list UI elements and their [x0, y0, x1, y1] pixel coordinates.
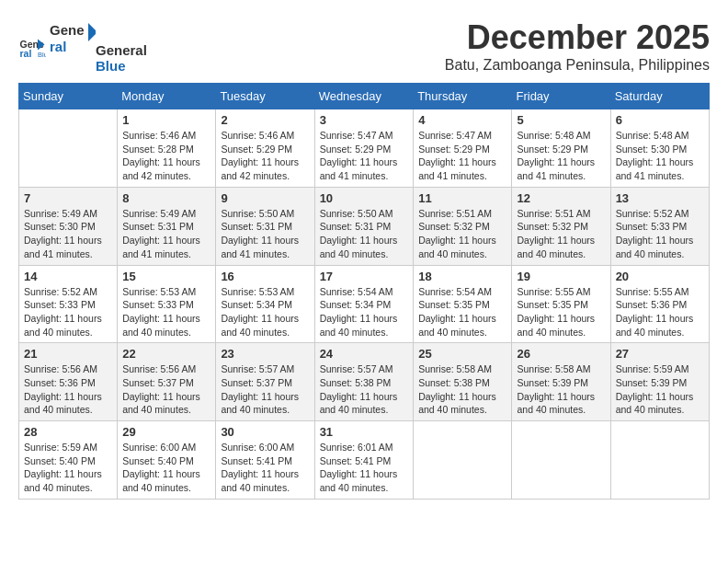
day-number: 8 [122, 191, 210, 205]
day-info: Sunrise: 5:49 AM Sunset: 5:31 PM Dayligh… [122, 207, 210, 261]
day-number: 20 [616, 270, 704, 283]
page-title: December 2025 [445, 18, 710, 57]
day-number: 2 [221, 113, 309, 127]
logo: Gene ral Blue Gene ral General Blue [18, 18, 147, 74]
calendar-week-5: 28Sunrise: 5:59 AM Sunset: 5:40 PM Dayli… [19, 421, 710, 500]
calendar-day-17: 17Sunrise: 5:54 AM Sunset: 5:34 PM Dayli… [314, 265, 414, 343]
day-info: Sunrise: 5:56 AM Sunset: 5:37 PM Dayligh… [122, 362, 210, 417]
logo-icon: Gene ral Blue [18, 32, 46, 60]
calendar-day-9: 9Sunrise: 5:50 AM Sunset: 5:31 PM Daylig… [216, 187, 314, 265]
svg-marker-6 [88, 23, 96, 41]
day-info: Sunrise: 5:48 AM Sunset: 5:30 PM Dayligh… [616, 129, 704, 183]
day-number: 31 [320, 425, 409, 439]
calendar-day-23: 23Sunrise: 5:57 AM Sunset: 5:37 PM Dayli… [216, 343, 314, 421]
page-subtitle: Batu, Zamboanga Peninsula, Philippines [445, 57, 710, 74]
calendar-day-7: 7Sunrise: 5:49 AM Sunset: 5:30 PM Daylig… [19, 187, 118, 265]
day-info: Sunrise: 5:53 AM Sunset: 5:34 PM Dayligh… [221, 285, 309, 339]
day-number: 30 [221, 425, 309, 439]
logo-line2: Blue [96, 58, 147, 74]
svg-text:Blue: Blue [38, 51, 46, 59]
calendar-week-1: 1Sunrise: 5:46 AM Sunset: 5:28 PM Daylig… [19, 109, 710, 188]
day-info: Sunrise: 5:46 AM Sunset: 5:28 PM Dayligh… [122, 129, 210, 183]
day-info: Sunrise: 5:59 AM Sunset: 5:40 PM Dayligh… [24, 441, 112, 495]
day-info: Sunrise: 5:51 AM Sunset: 5:32 PM Dayligh… [418, 207, 506, 261]
calendar-week-3: 14Sunrise: 5:52 AM Sunset: 5:33 PM Dayli… [19, 265, 710, 343]
day-number: 5 [517, 113, 605, 127]
day-number: 12 [517, 191, 605, 205]
calendar-day-22: 22Sunrise: 5:56 AM Sunset: 5:37 PM Dayli… [118, 343, 216, 421]
calendar-week-4: 21Sunrise: 5:56 AM Sunset: 5:36 PM Dayli… [19, 343, 710, 421]
day-number: 15 [122, 270, 210, 283]
calendar-day-18: 18Sunrise: 5:54 AM Sunset: 5:35 PM Dayli… [414, 265, 512, 343]
calendar-day-8: 8Sunrise: 5:49 AM Sunset: 5:31 PM Daylig… [118, 187, 216, 265]
calendar-table: SundayMondayTuesdayWednesdayThursdayFrid… [18, 83, 710, 500]
calendar-day-10: 10Sunrise: 5:50 AM Sunset: 5:31 PM Dayli… [314, 187, 414, 265]
day-number: 18 [418, 270, 506, 283]
calendar-day-26: 26Sunrise: 5:58 AM Sunset: 5:39 PM Dayli… [512, 343, 610, 421]
day-number: 26 [517, 347, 605, 361]
calendar-day-4: 4Sunrise: 5:47 AM Sunset: 5:29 PM Daylig… [414, 109, 512, 188]
calendar-day-25: 25Sunrise: 5:58 AM Sunset: 5:38 PM Dayli… [414, 343, 512, 421]
calendar-body: 1Sunrise: 5:46 AM Sunset: 5:28 PM Daylig… [19, 109, 710, 500]
day-number: 13 [616, 191, 704, 205]
header: Gene ral Blue Gene ral General Blue Dece… [18, 18, 710, 74]
day-number: 16 [221, 270, 309, 283]
day-info: Sunrise: 5:50 AM Sunset: 5:31 PM Dayligh… [320, 207, 409, 261]
calendar-week-2: 7Sunrise: 5:49 AM Sunset: 5:30 PM Daylig… [19, 187, 710, 265]
day-info: Sunrise: 5:54 AM Sunset: 5:34 PM Dayligh… [320, 285, 409, 339]
svg-text:ral: ral [20, 48, 32, 59]
day-number: 24 [320, 347, 409, 361]
day-number: 23 [221, 347, 309, 361]
day-info: Sunrise: 6:00 AM Sunset: 5:41 PM Dayligh… [221, 441, 309, 495]
day-info: Sunrise: 5:52 AM Sunset: 5:33 PM Dayligh… [24, 285, 112, 339]
day-info: Sunrise: 5:47 AM Sunset: 5:29 PM Dayligh… [418, 129, 506, 183]
column-header-wednesday: Wednesday [314, 84, 414, 109]
day-info: Sunrise: 6:01 AM Sunset: 5:41 PM Dayligh… [320, 441, 409, 495]
calendar-day-3: 3Sunrise: 5:47 AM Sunset: 5:29 PM Daylig… [314, 109, 414, 188]
day-info: Sunrise: 5:52 AM Sunset: 5:33 PM Dayligh… [616, 207, 704, 261]
day-info: Sunrise: 6:00 AM Sunset: 5:40 PM Dayligh… [122, 441, 210, 495]
calendar-day-24: 24Sunrise: 5:57 AM Sunset: 5:38 PM Dayli… [314, 343, 414, 421]
column-header-saturday: Saturday [610, 84, 709, 109]
day-info: Sunrise: 5:55 AM Sunset: 5:35 PM Dayligh… [517, 285, 605, 339]
svg-text:ral: ral [50, 39, 66, 54]
day-number: 21 [24, 347, 112, 361]
calendar-day-14: 14Sunrise: 5:52 AM Sunset: 5:33 PM Dayli… [19, 265, 118, 343]
calendar-day-31: 31Sunrise: 6:01 AM Sunset: 5:41 PM Dayli… [314, 421, 414, 500]
day-number: 28 [24, 425, 112, 439]
calendar-day-28: 28Sunrise: 5:59 AM Sunset: 5:40 PM Dayli… [19, 421, 118, 500]
day-info: Sunrise: 5:57 AM Sunset: 5:37 PM Dayligh… [221, 362, 309, 417]
calendar-day-16: 16Sunrise: 5:53 AM Sunset: 5:34 PM Dayli… [216, 265, 314, 343]
day-number: 6 [616, 113, 704, 127]
day-info: Sunrise: 5:50 AM Sunset: 5:31 PM Dayligh… [221, 207, 309, 261]
day-info: Sunrise: 5:53 AM Sunset: 5:33 PM Dayligh… [122, 285, 210, 339]
calendar-day-19: 19Sunrise: 5:55 AM Sunset: 5:35 PM Dayli… [512, 265, 610, 343]
column-header-friday: Friday [512, 84, 610, 109]
day-number: 19 [517, 270, 605, 283]
title-section: December 2025 Batu, Zamboanga Peninsula,… [445, 18, 710, 74]
svg-text:Gene: Gene [50, 22, 85, 38]
calendar-day-empty [414, 421, 512, 500]
day-number: 9 [221, 191, 309, 205]
day-info: Sunrise: 5:48 AM Sunset: 5:29 PM Dayligh… [517, 129, 605, 183]
day-info: Sunrise: 5:54 AM Sunset: 5:35 PM Dayligh… [418, 285, 506, 339]
logo-line1: General [96, 42, 147, 58]
day-number: 29 [122, 425, 210, 439]
calendar-day-15: 15Sunrise: 5:53 AM Sunset: 5:33 PM Dayli… [118, 265, 216, 343]
day-number: 22 [122, 347, 210, 361]
calendar-day-6: 6Sunrise: 5:48 AM Sunset: 5:30 PM Daylig… [610, 109, 709, 188]
day-info: Sunrise: 5:46 AM Sunset: 5:29 PM Dayligh… [221, 129, 309, 183]
day-info: Sunrise: 5:59 AM Sunset: 5:39 PM Dayligh… [616, 362, 704, 417]
column-header-thursday: Thursday [414, 84, 512, 109]
calendar-day-empty [19, 109, 118, 188]
calendar-day-empty [610, 421, 709, 500]
day-number: 3 [320, 113, 409, 127]
column-header-sunday: Sunday [19, 84, 118, 109]
calendar-day-30: 30Sunrise: 6:00 AM Sunset: 5:41 PM Dayli… [216, 421, 314, 500]
calendar-day-2: 2Sunrise: 5:46 AM Sunset: 5:29 PM Daylig… [216, 109, 314, 188]
day-number: 11 [418, 191, 506, 205]
day-number: 7 [24, 191, 112, 205]
column-header-tuesday: Tuesday [216, 84, 314, 109]
calendar-header-row: SundayMondayTuesdayWednesdayThursdayFrid… [19, 84, 710, 109]
calendar-day-29: 29Sunrise: 6:00 AM Sunset: 5:40 PM Dayli… [118, 421, 216, 500]
